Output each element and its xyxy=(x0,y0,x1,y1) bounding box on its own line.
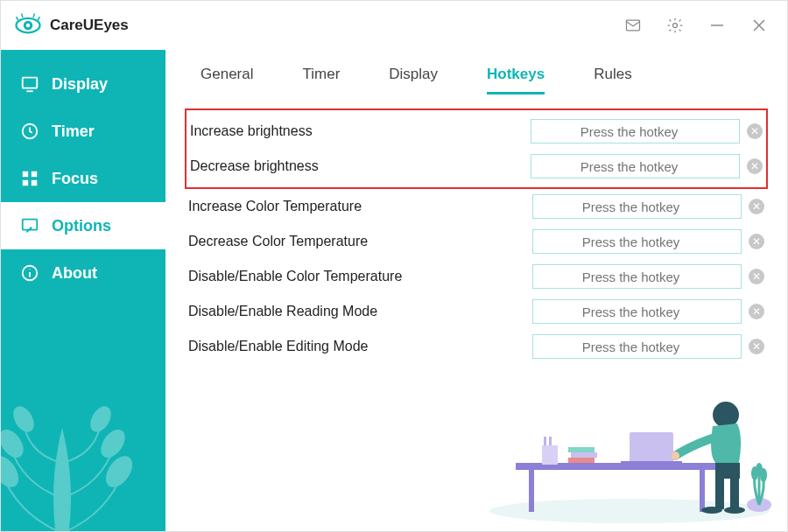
tab-rules[interactable]: Rules xyxy=(594,66,631,94)
hotkey-label: Increase Color Temperature xyxy=(188,199,362,214)
hotkey-row: Disable/Enable Editing Mode ✕ xyxy=(185,329,768,364)
sidebar-item-label: Display xyxy=(52,75,108,94)
clear-hotkey-icon[interactable]: ✕ xyxy=(747,158,763,174)
hotkey-label: Decrease Color Temperature xyxy=(188,234,368,249)
hotkey-input-increase-color-temp[interactable] xyxy=(532,194,742,219)
tab-timer[interactable]: Timer xyxy=(302,66,340,94)
hotkey-row: Increase Color Temperature ✕ xyxy=(185,189,768,224)
svg-point-21 xyxy=(9,402,38,436)
svg-rect-33 xyxy=(549,437,552,445)
svg-point-19 xyxy=(1,452,24,493)
hotkey-list: Increase brightness ✕ Decrease brightnes… xyxy=(165,94,787,364)
hotkey-row: Disable/Enable Reading Mode ✕ xyxy=(185,294,768,329)
options-icon xyxy=(20,216,39,235)
clock-icon xyxy=(20,122,39,141)
svg-rect-28 xyxy=(700,470,705,512)
svg-rect-29 xyxy=(630,432,673,463)
hotkey-label: Disable/Enable Reading Mode xyxy=(188,304,377,319)
hotkey-row: Disable/Enable Color Temperature ✕ xyxy=(185,259,768,294)
clear-hotkey-icon[interactable]: ✕ xyxy=(749,304,764,319)
clear-hotkey-icon[interactable]: ✕ xyxy=(749,234,764,249)
clear-hotkey-icon[interactable]: ✕ xyxy=(749,199,764,214)
minimize-button[interactable] xyxy=(707,15,728,36)
illustration xyxy=(481,349,778,524)
svg-rect-3 xyxy=(627,20,640,31)
svg-point-37 xyxy=(713,402,739,428)
grid-icon xyxy=(20,169,39,188)
app-name: CareUEyes xyxy=(50,17,129,34)
sidebar: Display Timer Focus Options About xyxy=(1,50,165,532)
hotkey-input-decrease-color-temp[interactable] xyxy=(532,229,742,254)
svg-rect-30 xyxy=(621,461,682,465)
tab-display[interactable]: Display xyxy=(389,66,438,94)
leaf-decoration xyxy=(1,340,150,532)
sidebar-item-about[interactable]: About xyxy=(1,249,165,297)
titlebar: CareUEyes xyxy=(1,1,787,50)
svg-rect-32 xyxy=(544,437,546,445)
sidebar-item-timer[interactable]: Timer xyxy=(1,108,165,155)
svg-rect-13 xyxy=(23,180,28,186)
monitor-icon xyxy=(20,74,39,94)
eye-logo-icon xyxy=(15,12,41,38)
hotkey-input-toggle-editing[interactable] xyxy=(532,334,742,359)
hotkey-row: Decrease Color Temperature ✕ xyxy=(185,224,768,259)
svg-rect-34 xyxy=(568,447,595,452)
sidebar-item-label: Focus xyxy=(52,170,98,188)
hotkey-label: Decrease brightness xyxy=(190,158,319,174)
svg-point-44 xyxy=(747,498,771,512)
svg-point-41 xyxy=(701,507,722,514)
sidebar-item-focus[interactable]: Focus xyxy=(1,155,165,202)
sidebar-item-label: About xyxy=(52,264,97,283)
svg-point-43 xyxy=(671,452,679,460)
sidebar-item-options[interactable]: Options xyxy=(1,202,165,249)
svg-rect-31 xyxy=(542,445,558,465)
tabs: General Timer Display Hotkeys Rules xyxy=(165,50,787,94)
svg-rect-38 xyxy=(715,463,740,479)
app-logo: CareUEyes xyxy=(15,12,129,38)
svg-point-46 xyxy=(760,468,767,482)
svg-point-2 xyxy=(26,24,31,28)
highlight-box: Increase brightness ✕ Decrease brightnes… xyxy=(185,108,768,189)
feedback-icon[interactable] xyxy=(623,15,644,36)
hotkey-input-decrease-brightness[interactable] xyxy=(531,154,740,178)
hotkey-label: Disable/Enable Editing Mode xyxy=(188,339,368,354)
tab-hotkeys[interactable]: Hotkeys xyxy=(487,66,545,94)
svg-rect-26 xyxy=(516,463,717,470)
main-panel: General Timer Display Hotkeys Rules Incr… xyxy=(165,50,787,532)
hotkey-label: Disable/Enable Color Temperature xyxy=(188,269,402,284)
svg-rect-12 xyxy=(32,172,37,177)
svg-rect-35 xyxy=(571,452,597,458)
sidebar-item-label: Timer xyxy=(52,122,95,141)
info-icon xyxy=(20,263,39,283)
svg-rect-27 xyxy=(529,470,534,512)
svg-point-24 xyxy=(86,402,115,436)
svg-rect-40 xyxy=(730,479,739,509)
svg-rect-11 xyxy=(23,172,28,177)
sidebar-item-display[interactable]: Display xyxy=(1,60,165,108)
svg-rect-14 xyxy=(32,180,37,186)
hotkey-row: Decrease brightness ✕ xyxy=(186,149,766,184)
clear-hotkey-icon[interactable]: ✕ xyxy=(747,123,763,139)
close-button[interactable] xyxy=(749,15,770,36)
tab-general[interactable]: General xyxy=(201,66,253,94)
svg-point-4 xyxy=(673,24,678,28)
svg-rect-8 xyxy=(23,78,38,88)
sidebar-item-label: Options xyxy=(52,217,111,235)
clear-hotkey-icon[interactable]: ✕ xyxy=(749,339,764,354)
svg-rect-39 xyxy=(715,479,724,509)
hotkey-label: Increase brightness xyxy=(190,123,313,139)
hotkey-input-toggle-reading[interactable] xyxy=(532,299,742,324)
svg-point-42 xyxy=(724,507,745,514)
settings-icon[interactable] xyxy=(665,15,686,36)
hotkey-input-toggle-color-temp[interactable] xyxy=(532,264,742,289)
svg-point-25 xyxy=(489,499,770,523)
svg-rect-36 xyxy=(568,458,595,463)
hotkey-row: Increase brightness ✕ xyxy=(186,114,766,149)
svg-point-45 xyxy=(751,466,758,480)
hotkey-input-increase-brightness[interactable] xyxy=(531,119,740,144)
svg-point-47 xyxy=(756,463,763,477)
clear-hotkey-icon[interactable]: ✕ xyxy=(749,269,764,284)
